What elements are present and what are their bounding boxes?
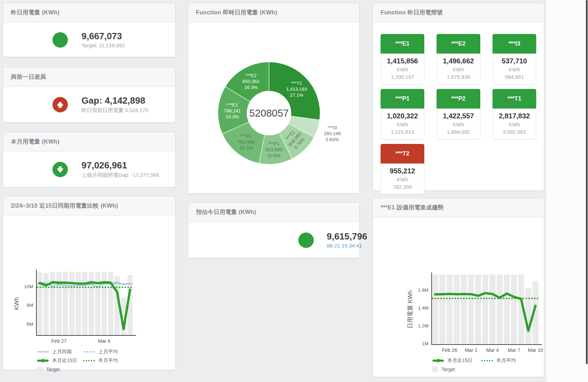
- legend-label: 上月同期: [52, 349, 72, 355]
- panel-header: 預估今日用電量 (KWh): [188, 203, 359, 222]
- donut-center-value: 5208057: [249, 107, 289, 119]
- panel-title: ***E1 設備用電達成趨勢: [381, 204, 444, 211]
- legend-item-Target[interactable]: Target: [432, 366, 481, 373]
- legend-swatch-thick-green: [37, 360, 49, 362]
- target-bar: [511, 275, 517, 345]
- legend-label: 上月平均: [98, 349, 118, 355]
- panel-title: 本月用電量 (KWh): [11, 138, 59, 146]
- device-unit: KWh: [438, 67, 479, 72]
- legend-label: 本月平均: [98, 357, 118, 364]
- legend-item-本月平均[interactable]: 本月平均: [481, 357, 543, 364]
- panel-title: 與前一日差異: [11, 73, 46, 81]
- y-tick-label: 1.4M: [418, 305, 428, 311]
- stat-value: Gap: 4,142,898: [82, 96, 148, 106]
- stat-block: 97,026,961 上個月同期用電Gap: -17,377,566: [82, 160, 159, 179]
- device-target: 3,591,562: [494, 129, 534, 135]
- stat-subtitle: 上個月同期用電Gap: -17,377,566: [82, 172, 159, 179]
- device-tile-***T2[interactable]: ***T2955,212KWh762,358: [381, 144, 424, 194]
- legend-item-本月近15日[interactable]: 本月近15日: [432, 357, 481, 364]
- device-unit: KWh: [494, 67, 534, 72]
- device-tile-***E2[interactable]: ***E21,496,662KWh1,675,939: [437, 34, 480, 84]
- device-target: 762,358: [382, 184, 423, 190]
- target-bar: [497, 275, 503, 345]
- device-value: 2,817,832: [494, 112, 534, 120]
- stat-value: 9,667,073: [82, 31, 125, 42]
- device-tile-header: ***E1: [381, 34, 424, 54]
- device-tile-***P1[interactable]: ***P11,020,322KWh1,121,613: [381, 89, 424, 139]
- target-bar: [447, 275, 453, 345]
- panel-15day-comparison: 2/24~3/10 近15日同期用電量比較 (KWh) 6M8M10MFeb 2…: [3, 196, 176, 370]
- dashboard: 昨日用電量 (KWh) 9,667,073 Target: 11,128,992…: [0, 0, 588, 382]
- page-right-margin: [546, 0, 588, 382]
- device-tile-header: ***T1: [493, 89, 536, 109]
- legend-label: 本月近15日: [52, 357, 77, 364]
- legend-swatch-box-gray: [37, 367, 43, 372]
- device-tile-grid: ***E11,415,856KWh1,700,157***E21,496,662…: [373, 22, 544, 194]
- stat-subtitle: Target: 11,128,992: [82, 42, 125, 48]
- donut-chart: ***T11,413,18327.1%***I3293,1495.63%***T…: [188, 22, 359, 194]
- device-tile-***P2[interactable]: ***P21,422,557KWh1,684,092: [437, 89, 480, 139]
- panel-day-gap: 與前一日差異 Gap: 4,142,898 昨日與前日用電量 5,524,175: [3, 67, 176, 123]
- stat-block: Gap: 4,142,898 昨日與前日用電量 5,524,175: [82, 96, 148, 114]
- device-tile-header: ***E2: [437, 34, 480, 54]
- legend-item-上月同期[interactable]: 上月同期: [37, 349, 83, 355]
- device-tile-***I3[interactable]: ***I3537,710KWh584,861: [493, 34, 536, 84]
- target-bar: [76, 272, 81, 335]
- stat-block: 9,667,073 Target: 11,128,992: [82, 31, 125, 49]
- device-tile-body: 955,212KWh762,358: [381, 164, 424, 194]
- target-bar: [482, 275, 488, 345]
- legend-label: Target: [441, 367, 455, 372]
- target-bar: [43, 273, 49, 335]
- device-tile-***T1[interactable]: ***T12,817,832KWh3,591,562: [493, 89, 536, 139]
- panel-title: 2/24~3/10 近15日同期用電量比較 (KWh): [11, 202, 118, 210]
- device-unit: KWh: [494, 121, 534, 127]
- comparison-chart: 6M8M10MFeb 27Mar 6KWh: [3, 216, 175, 345]
- y-axis-label: 日用電量 KWh: [407, 290, 413, 329]
- device-target: 1,121,613: [382, 129, 423, 135]
- legend-label: Target: [46, 367, 60, 372]
- device-unit: KWh: [382, 176, 423, 182]
- stat-subtitle: 昨日與前日用電量 5,524,175: [82, 107, 148, 114]
- device-unit: KWh: [382, 121, 423, 127]
- legend-item-Target[interactable]: Target: [37, 366, 83, 373]
- stat-block: 9,615,796 06-21 15:34:41: [327, 231, 367, 249]
- target-bar: [69, 272, 75, 335]
- device-tile-***E1[interactable]: ***E11,415,856KWh1,700,157: [381, 34, 424, 84]
- legend-item-本月平均[interactable]: 本月平均: [83, 357, 144, 364]
- x-tick-label: Feb 26: [442, 347, 457, 353]
- panel-header: 2/24~3/10 近15日同期用電量比較 (KWh): [3, 196, 175, 216]
- x-tick-label: Feb 27: [51, 338, 67, 344]
- legend-swatch-thin-blue: [37, 352, 49, 352]
- y-tick-label: 1.6M: [418, 287, 428, 293]
- scrollbar-thumb[interactable]: [586, 0, 588, 364]
- target-bar: [37, 272, 42, 335]
- panel-title: Function 昨日用電燈號: [381, 9, 443, 16]
- device-value: 1,422,557: [438, 112, 479, 120]
- device-target: 1,700,157: [382, 74, 423, 80]
- y-tick-label: 6M: [27, 321, 33, 327]
- target-bar: [432, 275, 438, 345]
- legend-label: 本月近15日: [447, 357, 473, 364]
- panel-yesterday-usage: 昨日用電量 (KWh) 9,667,073 Target: 11,128,992: [3, 3, 176, 57]
- target-bar: [504, 275, 510, 345]
- device-value: 1,415,856: [382, 57, 423, 65]
- device-target: 1,684,092: [438, 129, 479, 135]
- stat-value: 97,026,961: [82, 160, 159, 171]
- device-unit: KWh: [382, 67, 423, 72]
- device-tile-header: ***P1: [381, 89, 424, 109]
- target-bar: [63, 272, 68, 335]
- legend-item-上月平均[interactable]: 上月平均: [83, 349, 144, 355]
- legend-label: 本月平均: [496, 357, 516, 364]
- x-tick-label: Mar 10: [528, 347, 543, 353]
- panel-header: 本月用電量 (KWh): [3, 132, 175, 152]
- status-circle-green-icon: [52, 32, 68, 48]
- up-arrow-icon: [52, 97, 68, 112]
- panel-month-usage: 本月用電量 (KWh) 97,026,961 上個月同期用電Gap: -17,3…: [3, 132, 176, 187]
- y-tick-label: 10M: [24, 284, 33, 289]
- panel-device-lights: Function 昨日用電燈號 ***E11,415,856KWh1,700,1…: [373, 3, 544, 191]
- device-tile-header: ***I3: [493, 34, 536, 54]
- x-tick-label: Mar 1: [465, 347, 477, 353]
- legend-item-本月近15日[interactable]: 本月近15日: [37, 357, 83, 364]
- panel-title: 昨日用電量 (KWh): [11, 9, 59, 16]
- device-tile-body: 1,422,557KWh1,684,092: [437, 109, 480, 139]
